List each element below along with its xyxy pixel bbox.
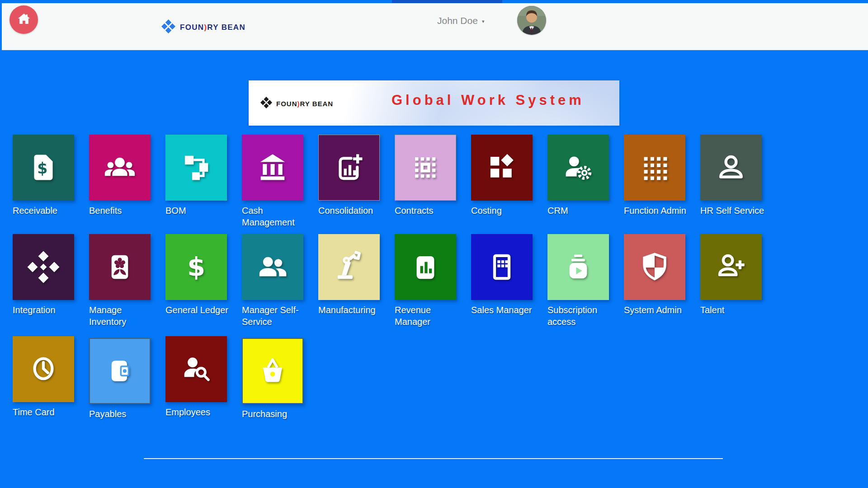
app-tile-cell: Revenue Manager bbox=[395, 234, 456, 328]
app-tile-label: Integration bbox=[13, 304, 77, 316]
app-tile-system-admin[interactable] bbox=[624, 234, 685, 300]
app-tile-benefits[interactable] bbox=[89, 135, 151, 201]
app-tile-talent[interactable] bbox=[700, 234, 762, 300]
app-tile-manager-self-service[interactable] bbox=[242, 234, 303, 300]
banner-title: Global Work System bbox=[392, 92, 585, 108]
schema-icon bbox=[178, 150, 214, 186]
grid-dots-icon bbox=[637, 150, 673, 186]
app-tile-cell: Contracts bbox=[395, 135, 456, 228]
banner-brand-name: FOUN)RY BEAN bbox=[276, 100, 333, 108]
app-tile-cash-management[interactable] bbox=[242, 135, 303, 201]
app-tile-cell: Manage Inventory bbox=[89, 234, 151, 328]
app-tile-label: Benefits bbox=[89, 205, 153, 216]
user-name: John Doe bbox=[437, 15, 478, 26]
robot-arm-icon bbox=[331, 249, 367, 285]
home-button[interactable] bbox=[9, 5, 38, 34]
app-tile-label: Employees bbox=[165, 406, 230, 418]
pos-icon bbox=[484, 249, 520, 285]
app-tile-purchasing[interactable] bbox=[242, 338, 303, 404]
app-tile-label: Manage Inventory bbox=[89, 304, 153, 328]
app-tile-cell: Benefits bbox=[89, 135, 151, 228]
app-tile-cell: Talent bbox=[700, 234, 762, 328]
app-tile-payables[interactable] bbox=[89, 338, 151, 404]
brand-diamond-icon bbox=[260, 97, 272, 110]
app-tile-employees[interactable] bbox=[165, 336, 227, 402]
category-squares-icon bbox=[484, 150, 520, 186]
app-tile-label: HR Self Service bbox=[700, 205, 764, 216]
app-tile-label: BOM bbox=[165, 205, 230, 216]
app-tile-cell: HR Self Service bbox=[700, 135, 762, 228]
banner: FOUN)RY BEAN Global Work System bbox=[249, 80, 619, 126]
app-tile-label: System Admin bbox=[624, 304, 688, 316]
tile-row-3: Time CardPayablesEmployeesPurchasing bbox=[13, 336, 303, 420]
app-tile-subscription-access[interactable] bbox=[547, 234, 609, 300]
app-tile-cell: Sales Manager bbox=[471, 234, 533, 328]
app-tile-cell: Employees bbox=[165, 336, 227, 420]
dollar-icon: $ bbox=[178, 249, 214, 285]
brand-logo: FOUN)RY BEAN bbox=[161, 19, 245, 35]
app-tile-general-ledger[interactable]: $ bbox=[165, 234, 227, 300]
app-tile-cell: Purchasing bbox=[242, 336, 303, 420]
subscriptions-icon bbox=[560, 249, 596, 285]
app-tile-cell: Cash Management bbox=[242, 135, 303, 228]
app-tile-label: General Ledger bbox=[165, 304, 230, 316]
app-tile-cell: BOM bbox=[165, 135, 227, 228]
app-tile-label: Payables bbox=[89, 408, 153, 420]
app-tile-label: Consolidation bbox=[318, 205, 382, 216]
brand-name: FOUN)RY BEAN bbox=[180, 23, 245, 32]
app-tile-manage-inventory[interactable] bbox=[89, 234, 151, 300]
app-tile-label: CRM bbox=[547, 205, 612, 216]
app-tile-contracts[interactable] bbox=[395, 135, 456, 201]
florist-card-icon bbox=[102, 249, 138, 285]
app-tile-cell: $General Ledger bbox=[165, 234, 227, 328]
app-tile-revenue-manager[interactable] bbox=[395, 234, 456, 300]
svg-text:$: $ bbox=[37, 160, 47, 177]
app-tile-cell: Subscription access bbox=[547, 234, 609, 328]
app-tile-label: Manufacturing bbox=[318, 304, 382, 316]
app-tile-label: Sales Manager bbox=[471, 304, 535, 316]
person-outline-icon bbox=[713, 150, 749, 186]
app-tile-label: Costing bbox=[471, 205, 535, 216]
person-search-icon bbox=[178, 351, 214, 387]
integration-diamonds-icon bbox=[25, 249, 61, 285]
app-tile-cell: Manufacturing bbox=[318, 234, 380, 328]
app-tile-function-admin[interactable] bbox=[624, 135, 685, 201]
wallet-icon bbox=[102, 353, 138, 389]
svg-text:$: $ bbox=[187, 252, 205, 282]
chart-card-icon bbox=[407, 249, 443, 285]
app-tile-integration[interactable] bbox=[13, 234, 74, 300]
banner-brand-logo: FOUN)RY BEAN bbox=[260, 97, 333, 110]
user-avatar[interactable] bbox=[517, 6, 546, 35]
app-tile-cell: Manager Self-Service bbox=[242, 234, 303, 328]
chevron-down-icon: ▾ bbox=[482, 17, 485, 24]
app-tile-hr-self-service[interactable] bbox=[700, 135, 762, 201]
app-tile-label: Time Card bbox=[13, 406, 77, 418]
app-tile-manufacturing[interactable] bbox=[318, 234, 380, 300]
app-tile-label: Receivable bbox=[13, 205, 77, 216]
app-tile-cell: CRM bbox=[547, 135, 609, 228]
top-progress-bar bbox=[392, 0, 502, 3]
app-tile-bom[interactable] bbox=[165, 135, 227, 201]
app-tile-label: Subscription access bbox=[547, 304, 612, 328]
app-tile-consolidation[interactable] bbox=[318, 135, 380, 201]
app-tile-crm[interactable] bbox=[547, 135, 609, 201]
brand-diamond-icon bbox=[161, 19, 175, 35]
app-tile-label: Purchasing bbox=[242, 408, 306, 420]
app-tile-cell: Function Admin bbox=[624, 135, 685, 228]
app-tile-sales-manager[interactable] bbox=[471, 234, 533, 300]
basket-icon bbox=[255, 353, 291, 389]
app-tile-receivable[interactable]: $ bbox=[13, 135, 74, 201]
app-tile-costing[interactable] bbox=[471, 135, 533, 201]
shield-checker-icon bbox=[637, 249, 673, 285]
app-tile-label: Function Admin bbox=[624, 205, 688, 216]
app-tile-label: Manager Self-Service bbox=[242, 304, 306, 328]
app-tile-label: Contracts bbox=[395, 205, 459, 216]
app-tile-label: Talent bbox=[700, 304, 764, 316]
manage-accounts-icon bbox=[560, 150, 596, 186]
bank-icon bbox=[255, 150, 291, 186]
app-tile-cell: Consolidation bbox=[318, 135, 380, 228]
clock-icon bbox=[25, 351, 61, 387]
user-menu[interactable]: John Doe ▾ bbox=[437, 15, 484, 26]
app-tile-time-card[interactable] bbox=[13, 336, 74, 402]
app-tile-label: Revenue Manager bbox=[395, 304, 459, 328]
